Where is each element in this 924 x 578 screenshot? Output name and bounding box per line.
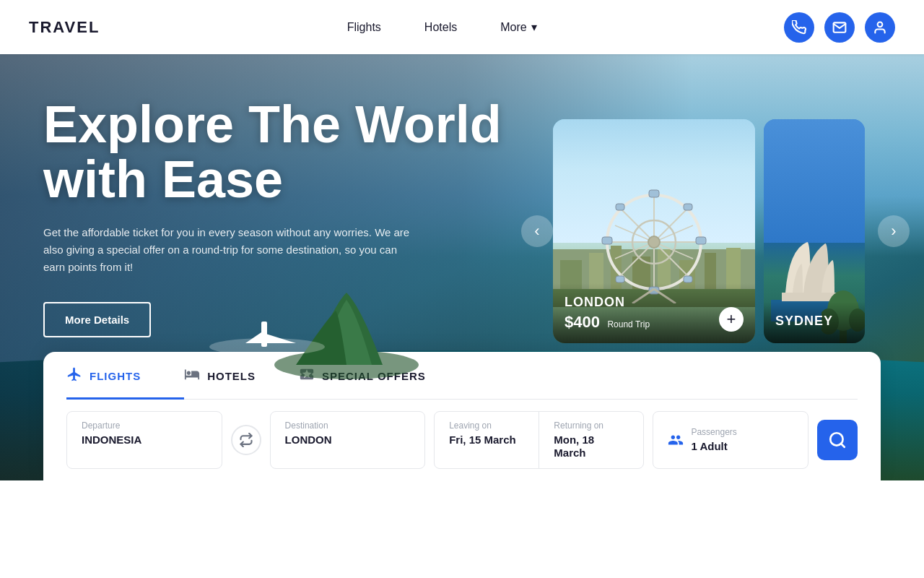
tab-flights[interactable]: FLIGHTS [66,352,184,400]
destination-cards: LONDON $400 Round Trip + [553,119,878,343]
search-fields: Departure INDONESIA Destination LONDON [66,400,858,480]
returning-label: Returning on [554,420,629,431]
sydney-city-name: SYDNEY [775,314,853,329]
logo: TRAVEL [29,18,100,37]
destination-value: LONDON [285,434,332,446]
phone-icon [792,20,806,35]
svg-rect-25 [602,237,612,244]
phone-button[interactable] [784,12,814,43]
nav-more[interactable]: More ▾ [500,20,536,34]
london-city-name: LONDON [565,295,744,310]
london-price: $400 [565,313,600,331]
passengers-field[interactable]: Passengers 1 Adult [653,411,808,469]
carousel-prev-button[interactable]: ‹ [521,215,553,247]
nav-links: Flights Hotels More ▾ [347,20,537,34]
passengers-value: 1 Adult [691,440,727,452]
svg-point-0 [878,22,883,27]
leaving-value: Fri, 15 March [449,434,516,446]
destination-field[interactable]: Destination LONDON [270,411,426,469]
boat-wake [202,314,332,358]
search-tabs: FLIGHTS HOTELS SPECIAL OFFERS [66,352,858,400]
hero-title: Explore The World with Ease [43,98,534,207]
flights-tab-icon [66,366,82,386]
sydney-card-label: SYDNEY [764,302,865,343]
leaving-on-field[interactable]: Leaving on Fri, 15 March [435,412,539,468]
svg-point-22 [648,236,660,248]
hotel-icon [184,366,200,382]
departure-label: Departure [82,420,207,431]
user-icon [873,20,887,35]
svg-rect-28 [684,204,692,210]
nav-flights[interactable]: Flights [347,21,381,34]
chevron-down-icon: ▾ [531,20,537,34]
svg-rect-26 [696,237,706,244]
hero-section: Explore The World with Ease Get the affo… [0,54,924,480]
airplane-icon [66,366,82,382]
passengers-info: Passengers 1 Adult [691,427,793,453]
destination-label: Destination [285,420,411,431]
returning-value: Mon, 18 March [554,434,594,459]
departure-value: INDONESIA [82,434,141,446]
sydney-card[interactable]: SYDNEY [764,119,865,343]
passengers-label: Passengers [691,427,793,437]
user-button[interactable] [865,12,895,43]
dates-group: Leaving on Fri, 15 March Returning on Mo… [434,411,644,469]
nav-icons [784,12,895,43]
returning-on-field[interactable]: Returning on Mon, 18 March [539,412,643,468]
departure-field[interactable]: Departure INDONESIA [66,411,222,469]
passengers-icon [668,432,684,448]
svg-line-40 [841,444,845,447]
svg-rect-30 [684,276,692,282]
search-icon [828,431,847,449]
hotels-tab-icon [184,366,200,386]
swap-icon [239,433,253,447]
tab-flights-label: FLIGHTS [90,370,141,382]
cards-carousel: ‹ [521,119,910,343]
tab-hotels-label: HOTELS [207,370,256,382]
svg-rect-23 [649,190,659,197]
mail-icon [832,20,847,35]
london-card[interactable]: LONDON $400 Round Trip + [553,119,755,343]
mail-button[interactable] [824,12,855,43]
london-add-button[interactable]: + [719,307,744,332]
svg-rect-27 [616,204,624,210]
navbar: TRAVEL Flights Hotels More ▾ [0,0,924,54]
more-details-button[interactable]: More Details [43,302,151,337]
london-trip-type: Round Trip [607,319,650,329]
svg-rect-29 [616,276,624,282]
nav-hotels[interactable]: Hotels [424,21,457,34]
search-section: FLIGHTS HOTELS SPECIAL OFFERS [43,352,881,480]
leaving-label: Leaving on [449,420,524,431]
sydney-sky [764,119,865,243]
search-button[interactable] [817,420,858,460]
carousel-next-button[interactable]: › [878,215,910,247]
swap-button[interactable] [231,425,261,455]
